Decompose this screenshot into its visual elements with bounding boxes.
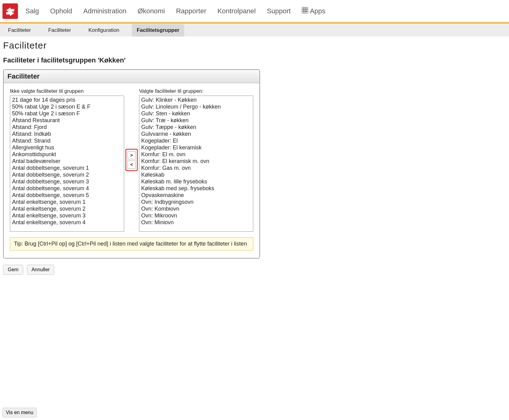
list-item[interactable]: Ovn: Indbygningsovn: [139, 199, 253, 205]
nav-apps[interactable]: Apps: [302, 7, 325, 15]
tab-faciliteter-2[interactable]: Faciliteter: [43, 24, 76, 36]
page-subtitle: Faciliteter i facilitetsgruppen 'Køkken': [3, 56, 506, 64]
list-item[interactable]: Antal enkeltsenge, soverum 2: [10, 205, 124, 212]
list-item[interactable]: Antal dobbeltsenge, soverum 2: [10, 171, 124, 178]
move-buttons: > <: [124, 88, 139, 232]
nav-salg[interactable]: Salg: [25, 7, 39, 15]
selected-label: Valgte faciliteter til gruppen:: [139, 88, 253, 94]
nav-apps-label: Apps: [310, 7, 325, 15]
move-right-button[interactable]: >: [128, 151, 136, 159]
move-left-button[interactable]: <: [128, 161, 136, 169]
list-item[interactable]: Opvaskemaskine: [139, 192, 253, 199]
content: Faciliteter Faciliteter i facilitetsgrup…: [0, 36, 509, 287]
list-item[interactable]: 50% rabat Uge 2 i sæson E & F: [10, 103, 124, 110]
grid-icon: [302, 7, 308, 15]
list-item[interactable]: Antal enkeltsenge, soverum 1: [10, 199, 124, 205]
list-item[interactable]: Ovn: Miniovn: [139, 219, 253, 226]
list-item[interactable]: Antal enkeltsenge, soverum 3: [10, 212, 124, 219]
list-item[interactable]: Ovn: Mikroovn: [139, 212, 253, 219]
list-item[interactable]: Komfur: El keramisk m. ovn: [139, 158, 253, 165]
list-item[interactable]: Køleskab m. lille fryseboks: [139, 178, 253, 185]
selected-column: Valgte faciliteter til gruppen: Gulv: Kl…: [139, 88, 253, 232]
tip-box: Tip: Brug [Ctrl+Pil op] og [Ctrl+Pil ned…: [10, 237, 253, 251]
nav-okonomi[interactable]: Økonomi: [137, 7, 165, 15]
list-item[interactable]: Gulvvarme - køkken: [139, 131, 253, 137]
save-button[interactable]: Gem: [3, 265, 23, 275]
available-label: Ikke valgte faciliteter til gruppen: [10, 88, 124, 94]
list-item[interactable]: Gulv: Tæppe - køkken: [139, 124, 253, 131]
top-nav: Salg Ophold Administration Økonomi Rappo…: [25, 7, 325, 15]
list-item[interactable]: Afstand Restaurant: [10, 117, 124, 124]
footer-buttons: Gem Annuller: [3, 265, 506, 275]
list-item[interactable]: Antal dobbeltsenge, soverum 4: [10, 185, 124, 192]
dual-list-columns: Ikke valgte faciliteter til gruppen 21 d…: [10, 88, 253, 232]
available-column: Ikke valgte faciliteter til gruppen 21 d…: [10, 88, 124, 232]
list-item[interactable]: Gulv: Træ - køkken: [139, 117, 253, 124]
list-item[interactable]: Ankomsttidspunkt: [10, 151, 124, 158]
list-item[interactable]: Gulv: Sten - køkken: [139, 110, 253, 117]
topbar: Salg Ophold Administration Økonomi Rappo…: [0, 0, 509, 22]
cancel-button[interactable]: Annuller: [27, 265, 54, 275]
list-item[interactable]: Afstand: Indkøb: [10, 131, 124, 137]
tab-facilitetsgrupper[interactable]: Facilitetsgrupper: [132, 24, 185, 36]
list-item[interactable]: Afstand: Strand: [10, 137, 124, 144]
available-listbox[interactable]: 21 dage for 14 dages pris50% rabat Uge 2…: [10, 96, 124, 232]
nav-ophold[interactable]: Ophold: [50, 7, 72, 15]
list-item[interactable]: 50% rabat Uge 2 i sæson F: [10, 110, 124, 117]
tab-faciliteter-1[interactable]: Faciliteter: [3, 24, 36, 36]
list-item[interactable]: Kogeplader: El keramisk: [139, 144, 253, 151]
svg-rect-1: [302, 7, 308, 13]
nav-kontrolpanel[interactable]: Kontrolpanel: [217, 7, 256, 15]
facilities-panel: Faciliteter Ikke valgte faciliteter til …: [3, 69, 260, 259]
list-item[interactable]: Allergivenligt hus: [10, 144, 124, 151]
list-item[interactable]: Kogeplader: El: [139, 137, 253, 144]
nav-rapporter[interactable]: Rapporter: [176, 7, 206, 15]
list-item[interactable]: Afstand: Fjord: [10, 124, 124, 131]
panel-header: Faciliteter: [4, 70, 259, 83]
tab-konfiguration[interactable]: Konfiguration: [83, 24, 124, 36]
list-item[interactable]: Ovn: Kombiovn: [139, 205, 253, 212]
list-item[interactable]: Antal dobbeltsenge, soverum 3: [10, 178, 124, 185]
list-item[interactable]: 21 dage for 14 dages pris: [10, 96, 124, 103]
list-item[interactable]: Komfur: El m. ovn: [139, 151, 253, 158]
list-item[interactable]: Køleskab: [139, 171, 253, 178]
list-item[interactable]: Køleskab med sep. fryseboks: [139, 185, 253, 192]
nav-support[interactable]: Support: [267, 7, 291, 15]
list-item[interactable]: Antal enkeltsenge, soverum 4: [10, 219, 124, 226]
nav-administration[interactable]: Administration: [83, 7, 126, 15]
list-item[interactable]: Komfur: Gas m. ovn: [139, 165, 253, 171]
list-item[interactable]: Gulv: Klinker - Køkken: [139, 96, 253, 103]
page-title: Faciliteter: [3, 40, 506, 51]
list-item[interactable]: Antal dobbeltsenge, soverum 1: [10, 165, 124, 171]
subtabs: Faciliteter Faciliteter Konfiguration Fa…: [0, 24, 509, 36]
logo-icon: [2, 3, 18, 19]
list-item[interactable]: Antal dobbeltsenge, soverum 5: [10, 192, 124, 199]
list-item[interactable]: Antal badeværelser: [10, 158, 124, 165]
list-item[interactable]: Gulv: Linoleum / Pergo - køkken: [139, 103, 253, 110]
panel-body: Ikke valgte faciliteter til gruppen 21 d…: [4, 83, 259, 258]
selected-listbox[interactable]: Gulv: Klinker - KøkkenGulv: Linoleum / P…: [139, 96, 253, 232]
